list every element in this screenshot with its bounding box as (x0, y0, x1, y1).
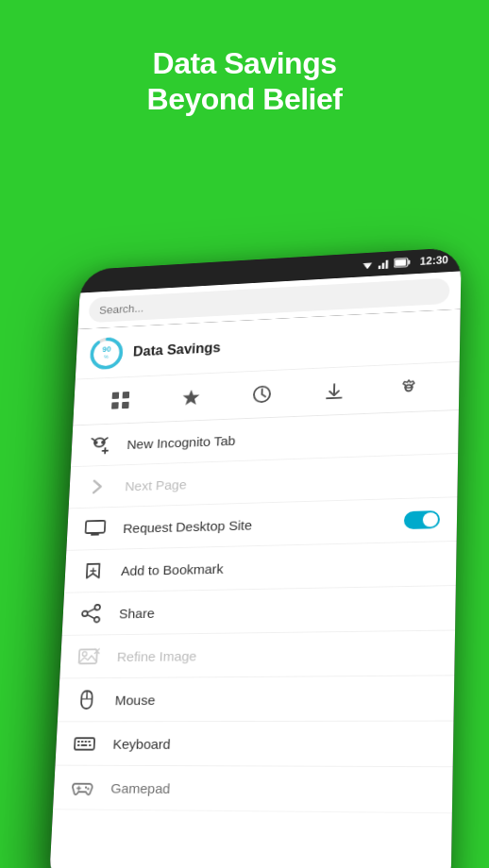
svg-rect-15 (122, 402, 129, 409)
svg-rect-28 (86, 521, 106, 533)
incognito-icon (87, 435, 112, 455)
status-time: 12:30 (420, 254, 448, 267)
settings-icon[interactable] (393, 373, 425, 404)
svg-line-22 (92, 439, 94, 441)
phone-body: 12:30 90 % Data Savings (49, 247, 462, 868)
grid-icon[interactable] (106, 385, 137, 415)
svg-rect-39 (79, 649, 97, 663)
request-desktop-label: Request Desktop Site (123, 517, 252, 535)
menu-item-gamepad[interactable]: Gamepad (53, 766, 453, 814)
menu-card: 90 % Data Savings (49, 309, 461, 868)
svg-rect-48 (85, 741, 87, 743)
svg-line-23 (105, 438, 108, 440)
bookmark-icon (80, 561, 106, 581)
signal-icon (378, 259, 391, 270)
menu-item-refine-image[interactable]: Refine Image (59, 630, 455, 678)
svg-line-37 (88, 609, 95, 612)
chevron-right-icon (85, 476, 110, 496)
svg-rect-49 (88, 741, 90, 743)
svg-rect-14 (111, 402, 119, 409)
svg-rect-12 (112, 392, 120, 398)
menu-item-add-bookmark[interactable]: Add to Bookmark (64, 542, 457, 593)
data-savings-label: Data Savings (133, 341, 221, 360)
next-page-label: Next Page (125, 476, 187, 493)
new-incognito-tab-label: New Incognito Tab (126, 433, 235, 452)
refine-image-icon (76, 646, 102, 666)
svg-rect-13 (123, 392, 130, 398)
svg-line-19 (327, 398, 341, 399)
wifi-icon (362, 259, 375, 271)
svg-marker-1 (364, 265, 371, 269)
svg-rect-45 (75, 738, 94, 749)
mouse-label: Mouse (114, 692, 155, 707)
star-icon[interactable] (176, 382, 207, 412)
hero-line1: Data Savings (0, 45, 489, 81)
phone-container: 12:30 90 % Data Savings (42, 217, 447, 868)
svg-point-40 (82, 652, 87, 657)
mouse-icon (74, 690, 99, 709)
svg-marker-16 (182, 390, 199, 406)
donut-chart: 90 % (88, 335, 126, 372)
svg-point-34 (94, 605, 100, 610)
svg-rect-52 (89, 744, 91, 746)
svg-text:90: 90 (102, 344, 111, 354)
svg-point-55 (85, 786, 87, 788)
battery-icon (394, 257, 411, 268)
svg-rect-2 (379, 265, 380, 269)
svg-rect-47 (81, 741, 83, 743)
keyboard-label: Keyboard (112, 736, 171, 751)
desktop-icon (83, 519, 109, 539)
svg-rect-6 (409, 260, 411, 265)
share-icon (78, 604, 104, 624)
svg-rect-46 (77, 741, 79, 743)
svg-rect-50 (77, 744, 79, 746)
svg-rect-51 (81, 744, 88, 746)
svg-rect-4 (386, 260, 389, 269)
request-desktop-toggle[interactable] (404, 510, 440, 529)
svg-rect-7 (396, 259, 407, 267)
share-label: Share (119, 605, 155, 620)
svg-rect-3 (382, 263, 385, 269)
download-icon[interactable] (319, 376, 351, 407)
hero-text: Data Savings Beyond Belief (0, 0, 489, 146)
menu-item-mouse[interactable]: Mouse (58, 676, 454, 722)
svg-line-38 (87, 615, 94, 619)
svg-text:%: % (104, 354, 109, 359)
history-icon[interactable] (246, 379, 278, 409)
svg-point-56 (87, 788, 89, 790)
hero-line2: Beyond Belief (0, 81, 489, 117)
svg-point-36 (94, 617, 100, 623)
gamepad-icon (70, 777, 95, 797)
svg-point-35 (82, 611, 88, 617)
menu-item-share[interactable]: Share (62, 586, 456, 636)
keyboard-icon (72, 734, 97, 754)
gamepad-label: Gamepad (110, 780, 171, 796)
menu-item-keyboard[interactable]: Keyboard (55, 722, 453, 768)
status-icons (362, 257, 411, 270)
add-to-bookmark-label: Add to Bookmark (121, 560, 224, 577)
refine-image-label: Refine Image (117, 648, 197, 664)
